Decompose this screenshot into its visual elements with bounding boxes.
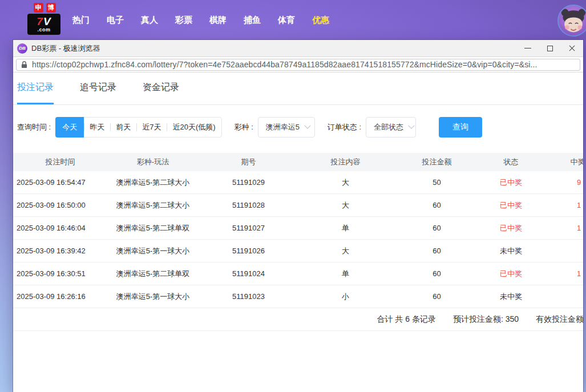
url-text: https://ctop02pchwp1.zfnc84.com/lottery/… — [32, 60, 537, 69]
cell-bet-time-0: 2025-03-09 16:54:47 — [13, 178, 107, 187]
logo-tag-bo: 博 — [46, 3, 56, 13]
nav-item-2[interactable]: 真人 — [132, 15, 167, 26]
tab-1[interactable]: 追号记录 — [80, 72, 116, 104]
time-option-4[interactable]: 近20天(低频) — [167, 118, 221, 137]
close-icon — [568, 45, 576, 52]
time-option-2[interactable]: 前天 — [110, 118, 136, 137]
order-status-select[interactable]: 全部状态 — [366, 117, 416, 138]
cell-bet-content-4: 单 — [298, 269, 393, 279]
filter-bar: 查询时间 : 今天 昨天 前天 近7天 近20天(低频) 彩种 : 澳洲幸运5 — [17, 117, 583, 138]
cell-bet-content-1: 大 — [298, 200, 393, 211]
summary-valid-amount: 有效投注金额: — [536, 314, 583, 325]
nav-item-0[interactable]: 热门 — [64, 15, 98, 26]
user-avatar[interactable] — [557, 5, 586, 37]
nav-item-4[interactable]: 棋牌 — [201, 15, 235, 26]
cell-issue-3: 51191026 — [199, 246, 298, 255]
cell-status-5: 未中奖 — [481, 292, 541, 302]
cell-bet-amount-0: 50 — [393, 178, 481, 187]
page-content: 投注记录 追号记录 资金记录 查询时间 : 今天 昨天 前天 近7天 近20天(… — [13, 72, 583, 392]
cell-issue-2: 51191027 — [199, 224, 298, 232]
table-row-4: 2025-03-09 16:30:51 澳洲幸运5-第二球单双 51191024… — [13, 262, 583, 285]
table-row-0: 2025-03-09 16:54:47 澳洲幸运5-第二球大小 51191029… — [13, 171, 583, 194]
cell-bet-amount-4: 60 — [393, 269, 481, 278]
maximize-icon — [547, 46, 553, 51]
cell-prize-2: 1 — [541, 224, 583, 232]
logo-7: 7 — [37, 15, 43, 27]
time-option-0[interactable]: 今天 — [55, 117, 84, 138]
browser-urlbar: https://ctop02pchwp1.zfnc84.com/lottery/… — [13, 57, 583, 72]
cell-bet-time-5: 2025-03-09 16:26:16 — [13, 292, 107, 301]
time-option-1[interactable]: 昨天 — [84, 118, 110, 137]
bet-records-table: 投注时间 彩种-玩法 期号 投注内容 投注金额 状态 中奖金额 2025-03-… — [13, 153, 583, 331]
nav-item-5[interactable]: 捕鱼 — [235, 15, 269, 26]
nav-item-6[interactable]: 体育 — [269, 15, 304, 26]
avatar-girl-illustration — [559, 6, 586, 35]
cell-status-0: 已中奖 — [481, 177, 541, 188]
cell-bet-amount-2: 60 — [393, 224, 481, 232]
table-summary-row: 合计 共 6 条记录 预计投注金额: 350 有效投注金额: — [13, 308, 583, 331]
header-bet-time: 投注时间 — [13, 157, 107, 167]
nav-item-3[interactable]: 彩票 — [167, 15, 201, 26]
search-button[interactable]: 查询 — [439, 117, 482, 138]
header-bet-amount: 投注金额 — [393, 157, 481, 167]
cell-issue-4: 51191024 — [199, 269, 298, 278]
minimize-icon — [524, 48, 531, 49]
cell-status-4: 已中奖 — [481, 269, 541, 279]
table-row-5: 2025-03-09 16:26:16 澳洲幸运5-第一球大小 51191023… — [13, 285, 583, 308]
header-status: 状态 — [481, 157, 541, 167]
cell-prize-4: 1 — [541, 269, 583, 278]
db-favicon-icon: DB — [17, 43, 27, 54]
lottery-filter-label: 彩种 : — [235, 122, 253, 132]
window-title: DB彩票 - 极速浏览器 — [31, 43, 100, 54]
maximize-button[interactable] — [539, 40, 561, 56]
minimize-button[interactable] — [516, 40, 539, 56]
cell-bet-content-2: 单 — [298, 223, 393, 233]
window-controls — [516, 40, 583, 56]
order-status-value: 全部状态 — [374, 122, 403, 132]
cell-prize-0: 9 — [541, 178, 583, 187]
casino-top-nav: 申 博 7V .com 热门 电子 真人 彩票 棋牌 捕鱼 体育 优惠 — [0, 0, 586, 40]
summary-total-records: 合计 共 6 条记录 — [377, 314, 436, 325]
chevron-down-icon — [304, 123, 310, 129]
time-filter-label: 查询时间 : — [17, 122, 51, 132]
nav-item-7[interactable]: 优惠 — [304, 15, 338, 26]
cell-bet-amount-1: 60 — [393, 201, 481, 209]
address-bar[interactable]: https://ctop02pchwp1.zfnc84.com/lottery/… — [16, 59, 580, 71]
header-bet-content: 投注内容 — [298, 157, 393, 167]
cell-bet-amount-5: 60 — [393, 292, 481, 301]
header-game-play: 彩种-玩法 — [107, 157, 199, 167]
table-header-row: 投注时间 彩种-玩法 期号 投注内容 投注金额 状态 中奖金额 — [13, 153, 583, 171]
cell-game-play-4: 澳洲幸运5-第二球单双 — [107, 269, 199, 279]
header-prize: 中奖金额 — [541, 157, 583, 167]
time-option-3[interactable]: 近7天 — [136, 118, 167, 137]
summary-expected-amount: 预计投注金额: 350 — [453, 314, 519, 325]
cell-bet-time-4: 2025-03-09 16:30:51 — [13, 269, 107, 278]
cell-bet-content-0: 大 — [298, 177, 393, 188]
site-logo[interactable]: 申 博 7V .com — [27, 3, 62, 35]
tab-0[interactable]: 投注记录 — [17, 72, 54, 104]
close-button[interactable] — [561, 40, 583, 56]
lottery-select-value: 澳洲幸运5 — [266, 122, 300, 132]
table-row-2: 2025-03-09 16:46:04 澳洲幸运5-第二球单双 51191027… — [13, 217, 583, 240]
cell-bet-time-1: 2025-03-09 16:50:00 — [13, 201, 107, 209]
header-issue: 期号 — [199, 157, 298, 167]
cell-bet-time-2: 2025-03-09 16:46:04 — [13, 224, 107, 232]
lottery-select[interactable]: 澳洲幸运5 — [258, 117, 315, 138]
cell-bet-content-3: 大 — [298, 246, 393, 256]
lock-icon — [21, 61, 27, 68]
window-titlebar: DB DB彩票 - 极速浏览器 — [13, 40, 583, 57]
cell-game-play-2: 澳洲幸运5-第二球单双 — [107, 223, 199, 233]
time-range-group: 今天 昨天 前天 近7天 近20天(低频) — [55, 117, 221, 138]
cell-game-play-3: 澳洲幸运5-第一球大小 — [107, 246, 199, 256]
site-nav-items: 热门 电子 真人 彩票 棋牌 捕鱼 体育 优惠 — [64, 0, 338, 40]
browser-window: DB DB彩票 - 极速浏览器 https://ctop02pchwp1.zfn… — [13, 40, 583, 392]
table-row-1: 2025-03-09 16:50:00 澳洲幸运5-第二球大小 51191028… — [13, 194, 583, 217]
logo-com: .com — [37, 27, 50, 33]
record-tabs: 投注记录 追号记录 资金记录 — [13, 72, 583, 105]
cell-game-play-0: 澳洲幸运5-第二球大小 — [107, 177, 199, 188]
cell-bet-amount-3: 60 — [393, 246, 481, 255]
nav-item-1[interactable]: 电子 — [98, 15, 132, 26]
cell-prize-1: 1 — [541, 201, 583, 209]
tab-2[interactable]: 资金记录 — [143, 72, 179, 104]
cell-bet-content-5: 小 — [298, 292, 393, 302]
